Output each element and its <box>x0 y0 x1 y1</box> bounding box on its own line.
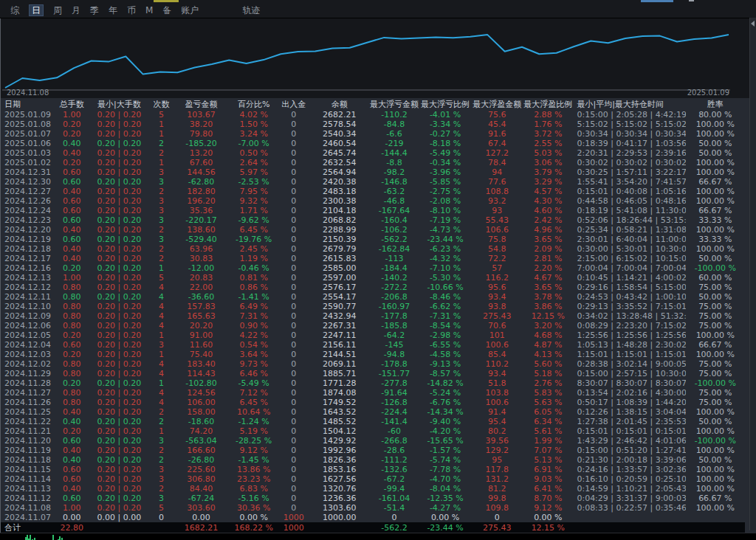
cell-7: 1303.60 <box>310 503 369 513</box>
cell-11: 3.86 % <box>523 302 573 311</box>
cell-2: 0.20 | 0.20 <box>88 369 150 378</box>
table-row[interactable]: 2024.12.160.200.20 | 0.201-12.00-0.46 %0… <box>1 263 745 273</box>
cell-4: 63.96 <box>172 244 230 254</box>
cell-date: 2024.12.02 <box>1 359 55 369</box>
cell-5: 4.02 % <box>230 110 278 120</box>
vertical-scrollbar[interactable] <box>749 18 756 530</box>
cell-3: 1 <box>150 129 172 139</box>
menu-item-1[interactable]: 日 <box>29 4 44 16</box>
cell-1: 0.60 <box>55 215 88 225</box>
cell-6: 0 <box>278 455 310 465</box>
cell-2: 0.20 | 0.20 <box>88 187 150 196</box>
table-row[interactable]: 2024.11.200.600.20 | 0.203-563.04-28.25 … <box>1 436 745 446</box>
cell-5: 9.12 % <box>230 446 278 455</box>
table-row[interactable]: 2024.12.090.800.20 | 0.204165.637.31 %02… <box>1 311 745 321</box>
menu-item-5[interactable]: 年 <box>109 5 117 15</box>
table-row[interactable]: 2024.11.280.200.20 | 0.201-102.80-5.49 %… <box>1 378 745 388</box>
cell-9: -8.18 % <box>419 139 471 148</box>
table-row[interactable]: 2025.01.091.000.20 | 0.205103.674.02 %02… <box>1 110 745 120</box>
table-row[interactable]: 2025.01.030.400.20 | 0.20213.200.50 %026… <box>1 148 745 158</box>
menu-item-9[interactable]: 账户 <box>181 5 199 15</box>
table-row[interactable]: 2024.12.030.200.20 | 0.20175.403.64 %021… <box>1 350 745 359</box>
cell-3: 2 <box>150 417 172 426</box>
cell-6: 0 <box>278 369 310 378</box>
cell-3: 1 <box>150 350 172 359</box>
cell-date: 2024.11.21 <box>1 426 55 436</box>
table-row[interactable]: 2024.12.230.600.20 | 0.203-220.17-9.62 %… <box>1 215 745 225</box>
cell-6: 0 <box>278 350 310 359</box>
table-row[interactable]: 2024.12.131.000.20 | 0.20520.830.81 %025… <box>1 273 745 283</box>
cell-3: 4 <box>150 283 172 292</box>
table-row[interactable]: 2024.12.260.600.20 | 0.203196.209.32 %02… <box>1 196 745 206</box>
menu-item-6[interactable]: 币 <box>127 5 136 15</box>
table-row[interactable]: 2024.11.270.800.20 | 0.204124.567.12 %01… <box>1 388 745 398</box>
cell-11: 3.79 % <box>523 167 573 177</box>
menu-item-track[interactable]: 轨迹 <box>242 5 260 15</box>
cell-3: 3 <box>150 177 172 187</box>
table-row[interactable]: 2024.11.070.000.00 | 0.0000.000.00 %1000… <box>1 513 745 522</box>
table-row[interactable]: 2024.12.310.600.20 | 0.203144.565.97 %02… <box>1 167 745 177</box>
equity-curve-chart[interactable]: 2024.11.08 2025.01.09 <box>0 18 756 98</box>
table-row[interactable]: 2024.12.240.600.20 | 0.20335.361.71 %021… <box>1 206 745 215</box>
cell-1: 22.80 <box>55 522 88 533</box>
scrollbar-arrow-left-icon[interactable] <box>751 21 755 27</box>
table-row[interactable]: 2024.11.290.800.20 | 0.204114.436.46 %01… <box>1 369 745 378</box>
menu-item-0[interactable]: 综 <box>10 5 19 15</box>
cell-11: 5.61 % <box>523 426 573 436</box>
table-row[interactable]: 2024.12.050.200.20 | 0.20191.004.22 %022… <box>1 330 745 340</box>
table-row[interactable]: 2024.12.180.400.20 | 0.20263.962.45 %026… <box>1 244 745 254</box>
cell-6: 0 <box>278 129 310 139</box>
menu-item-7[interactable]: M <box>145 5 153 15</box>
table-row[interactable]: 2024.11.190.400.20 | 0.202166.609.12 %01… <box>1 446 745 455</box>
table-row[interactable]: 2024.12.060.800.20 | 0.20420.200.90 %022… <box>1 321 745 330</box>
table-row[interactable]: 2024.12.100.800.20 | 0.204157.836.49 %02… <box>1 302 745 311</box>
cell-7: 2597.00 <box>310 273 369 283</box>
cell-2: 0.20 | 0.20 <box>88 273 150 283</box>
table-row[interactable]: 2024.11.150.600.20 | 0.203225.6013.86 %0… <box>1 465 745 474</box>
table-row[interactable]: 2024.11.260.800.20 | 0.204106.006.45 %01… <box>1 398 745 407</box>
period-menu: 综日周月季年币M备账户轨迹 <box>10 4 260 16</box>
table-row[interactable]: 2024.11.250.400.20 | 0.202158.0010.64 %0… <box>1 407 745 417</box>
table-row[interactable]: 2024.11.180.400.20 | 0.202-26.80-1.45 %0… <box>1 455 745 465</box>
cell-1: 0.20 <box>55 378 88 388</box>
table-row[interactable]: 2024.12.020.800.20 | 0.204183.409.73 %02… <box>1 359 745 369</box>
cell-13: 100.00 % <box>686 330 745 340</box>
table-row[interactable]: 2024.11.081.000.20 | 0.205303.6030.36 %0… <box>1 503 745 513</box>
menu-item-3[interactable]: 月 <box>72 5 80 15</box>
table-row[interactable]: 2024.12.300.600.20 | 0.203-62.80-2.53 %0… <box>1 177 745 187</box>
table-row[interactable]: 2024.11.120.600.20 | 0.203-67.24-5.16 %0… <box>1 494 745 503</box>
menu-item-2[interactable]: 周 <box>53 5 62 15</box>
table-row[interactable]: 2024.11.140.600.20 | 0.203306.8023.23 %0… <box>1 474 745 484</box>
menu-item-4[interactable]: 季 <box>90 5 99 15</box>
table-row[interactable]: 2025.01.020.200.20 | 0.20167.602.64 %026… <box>1 158 745 167</box>
table-row[interactable]: 2024.11.220.400.20 | 0.202-18.60-1.24 %0… <box>1 417 745 426</box>
table-row[interactable]: 2025.01.070.200.20 | 0.20179.803.24 %025… <box>1 129 745 139</box>
cell-4: -12.00 <box>172 263 230 273</box>
column-header-6: 出入金 <box>278 98 310 110</box>
table-row[interactable]: 2024.12.270.400.20 | 0.202182.807.95 %02… <box>1 187 745 196</box>
cell-9: -23.44 % <box>419 522 471 533</box>
cell-3: 1 <box>150 378 172 388</box>
cell-10: 93.4 <box>471 369 523 378</box>
table-row[interactable]: 2024.12.040.600.20 | 0.20311.600.54 %021… <box>1 340 745 350</box>
table-row[interactable]: 2024.12.200.400.20 | 0.202138.606.45 %02… <box>1 225 745 235</box>
cell-8: -99.4 <box>369 484 419 494</box>
table-row[interactable]: 2024.12.110.800.20 | 0.204-36.60-1.41 %0… <box>1 292 745 302</box>
menu-item-8[interactable]: 备 <box>162 5 171 15</box>
table-row[interactable]: 2025.01.080.200.20 | 0.20138.201.50 %025… <box>1 120 745 129</box>
table-row[interactable]: 2024.11.210.200.20 | 0.20174.205.19 %015… <box>1 426 745 436</box>
table-row[interactable]: 2024.12.170.400.20 | 0.20230.831.19 %026… <box>1 254 745 263</box>
top-menu-bar: 综日周月季年币M备账户轨迹 <box>0 0 756 18</box>
cell-6: 0 <box>278 167 310 177</box>
cell-date: 2024.11.15 <box>1 465 55 474</box>
table-row[interactable]: 2024.11.130.400.20 | 0.20284.406.83 %013… <box>1 484 745 494</box>
cell-13: 100.00 % <box>686 350 745 359</box>
cell-6: 0 <box>278 148 310 158</box>
cell-date: 2025.01.02 <box>1 158 55 167</box>
cell-9: -7.19 % <box>419 215 471 225</box>
cell-7: 1000.00 <box>310 513 369 522</box>
table-row[interactable]: 2024.12.120.800.20 | 0.20422.000.86 %025… <box>1 283 745 292</box>
table-row[interactable]: 2025.01.060.400.20 | 0.202-185.20-7.00 %… <box>1 139 745 148</box>
table-row[interactable]: 2024.12.190.600.20 | 0.203-529.40-19.76 … <box>1 235 745 244</box>
cell-date: 2024.12.27 <box>1 187 55 196</box>
